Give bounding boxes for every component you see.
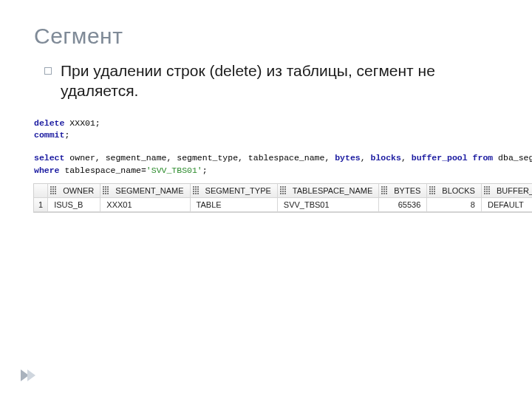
header-label: OWNER	[63, 186, 94, 195]
grip-icon	[429, 186, 437, 195]
cell-segment-name: XXX01	[100, 198, 190, 212]
rownum-cell: 1	[34, 198, 48, 212]
sql-keyword: where	[34, 166, 60, 175]
sql-keyword: buffer_pool	[412, 153, 468, 163]
sql-keyword: select	[34, 153, 64, 163]
sql-keyword: delete	[34, 118, 64, 128]
query-result-table: OWNER SEGMENT_NAME SEGMENT_TYPE TABLESPA…	[34, 184, 532, 212]
svg-marker-1	[27, 369, 35, 381]
col-header-segment-name: SEGMENT_NAME	[100, 184, 190, 198]
sql-keyword: blocks	[371, 153, 401, 163]
header-label: TABLESPACE_NAME	[293, 186, 372, 195]
bullet-item: При удалении строк (delete) из таблицы, …	[44, 61, 498, 101]
bullet-text: При удалении строк (delete) из таблицы, …	[61, 61, 498, 101]
code-text: XXX01;	[64, 118, 100, 128]
table-header-row: OWNER SEGMENT_NAME SEGMENT_TYPE TABLESPA…	[34, 184, 532, 198]
code-line	[34, 142, 498, 152]
col-header-buffer-pool: BUFFER_POOL	[482, 184, 532, 198]
cell-bytes: 65536	[379, 198, 427, 212]
grip-icon	[193, 186, 201, 195]
cell-segment-type: TABLE	[191, 198, 278, 212]
cell-buffer-pool: DEFAULT	[482, 198, 532, 212]
code-text: owner, segment_name, segment_type, table…	[64, 153, 335, 163]
code-text	[468, 153, 473, 163]
slide-title: Сегмент	[34, 24, 498, 49]
grip-icon	[280, 186, 288, 195]
slide-nav-arrow-icon	[21, 369, 37, 381]
sql-keyword: bytes	[335, 153, 361, 163]
code-line: select owner, segment_name, segment_type…	[34, 152, 498, 165]
rownum-header	[34, 184, 48, 198]
col-header-owner: OWNER	[48, 184, 100, 198]
code-text: dba_segments	[493, 153, 532, 163]
sql-string: 'SVV_TBS01'	[146, 166, 202, 175]
header-label: BYTES	[394, 186, 420, 195]
bullet-marker-icon	[44, 67, 52, 75]
code-text: tablespace_name=	[60, 166, 146, 175]
cell-tablespace-name: SVV_TBS01	[278, 198, 379, 212]
code-text: ,	[401, 153, 412, 163]
col-header-tablespace-name: TABLESPACE_NAME	[278, 184, 379, 198]
header-label: BUFFER_POOL	[497, 186, 532, 195]
col-header-bytes: BYTES	[379, 184, 427, 198]
code-line: delete XXX01;	[34, 117, 498, 130]
sql-keyword: from	[473, 153, 494, 163]
grip-icon	[50, 186, 58, 195]
cell-blocks: 8	[427, 198, 482, 212]
header-label: BLOCKS	[442, 186, 475, 195]
code-text: ,	[361, 153, 371, 163]
header-label: SEGMENT_NAME	[115, 186, 183, 195]
sql-code-block: delete XXX01; commit; select owner, segm…	[34, 117, 498, 177]
grip-icon	[381, 186, 389, 195]
header-label: SEGMENT_TYPE	[205, 186, 271, 195]
table-row: 1 ISUS_B XXX01 TABLE SVV_TBS01 65536 8 D…	[34, 198, 532, 212]
code-line: where tablespace_name='SVV_TBS01';	[34, 165, 498, 177]
col-header-segment-type: SEGMENT_TYPE	[191, 184, 278, 198]
code-text: ;	[64, 130, 69, 140]
grip-icon	[103, 186, 111, 195]
code-line: commit;	[34, 129, 498, 142]
cell-owner: ISUS_B	[48, 198, 100, 212]
grip-icon	[484, 186, 492, 195]
code-text: ;	[202, 166, 208, 175]
col-header-blocks: BLOCKS	[427, 184, 482, 198]
sql-keyword: commit	[34, 130, 64, 140]
